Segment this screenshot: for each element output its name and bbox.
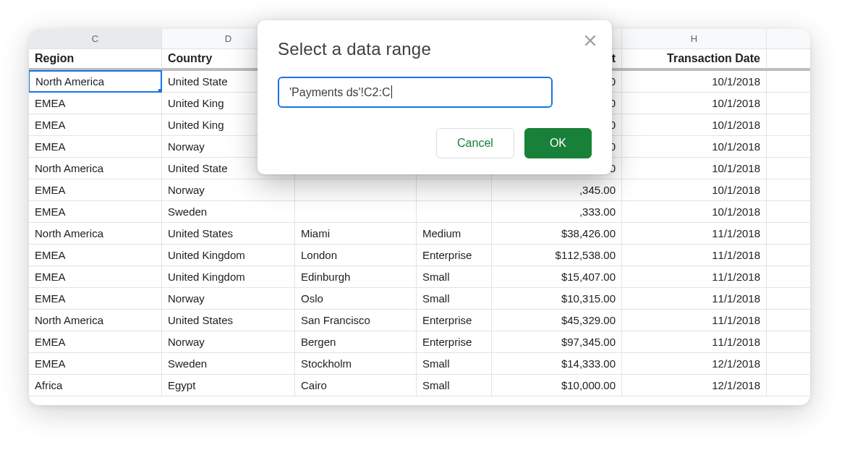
- x-icon: [584, 35, 596, 46]
- column-header-tail: [767, 29, 810, 48]
- cell-amount[interactable]: ,333.00: [492, 201, 622, 223]
- cell-region[interactable]: EMEA: [29, 179, 162, 201]
- cell-date[interactable]: 12/1/2018: [622, 353, 767, 375]
- cell-tier[interactable]: Small: [417, 353, 492, 375]
- cell-tail: [767, 375, 810, 396]
- column-header-c[interactable]: C: [29, 29, 162, 48]
- header-tail: [767, 49, 810, 69]
- cell-country[interactable]: Sweden: [162, 201, 295, 223]
- select-data-range-dialog: Select a data range 'Payments ds'!C2:C C…: [258, 20, 612, 174]
- cell-tail: [767, 136, 810, 158]
- dialog-title: Select a data range: [278, 39, 592, 59]
- close-icon[interactable]: [580, 30, 600, 51]
- cell-region[interactable]: EMEA: [29, 288, 162, 310]
- cell-tier[interactable]: Enterprise: [417, 331, 492, 353]
- cell-date[interactable]: 11/1/2018: [622, 331, 767, 353]
- cell-date[interactable]: 10/1/2018: [622, 71, 767, 93]
- cell-tail: [767, 71, 810, 93]
- cell-tail: [767, 179, 810, 201]
- cell-date[interactable]: 10/1/2018: [622, 93, 767, 114]
- cell-city[interactable]: [295, 179, 417, 201]
- cell-city[interactable]: Oslo: [295, 288, 417, 310]
- cell-region[interactable]: North America: [29, 223, 162, 245]
- cell-date[interactable]: 11/1/2018: [622, 288, 767, 310]
- cell-tail: [767, 266, 810, 288]
- cell-tier[interactable]: [417, 179, 492, 201]
- cell-region[interactable]: EMEA: [29, 93, 162, 114]
- cell-amount[interactable]: $45,329.00: [492, 310, 622, 331]
- data-range-input[interactable]: 'Payments ds'!C2:C: [278, 77, 553, 108]
- cell-country[interactable]: Norway: [162, 331, 295, 353]
- cell-amount[interactable]: $38,426.00: [492, 223, 622, 245]
- cell-tail: [767, 223, 810, 245]
- cell-amount[interactable]: $15,407.00: [492, 266, 622, 288]
- cell-city[interactable]: Bergen: [295, 331, 417, 353]
- cell-tail: [767, 245, 810, 266]
- cell-region[interactable]: EMEA: [29, 331, 162, 353]
- cell-amount[interactable]: $112,538.00: [492, 245, 622, 266]
- ok-button[interactable]: OK: [524, 128, 592, 158]
- header-region[interactable]: Region: [29, 49, 162, 69]
- cell-tail: [767, 93, 810, 114]
- cell-tier[interactable]: Medium: [417, 223, 492, 245]
- cell-amount[interactable]: $14,333.00: [492, 353, 622, 375]
- cell-region[interactable]: North America: [29, 310, 162, 331]
- cancel-button[interactable]: Cancel: [436, 128, 514, 158]
- cell-country[interactable]: United Kingdom: [162, 266, 295, 288]
- cell-tier[interactable]: [417, 201, 492, 223]
- table-row: EMEA Sweden ,333.00 10/1/2018: [29, 201, 810, 223]
- cell-region[interactable]: EMEA: [29, 266, 162, 288]
- cell-country[interactable]: Norway: [162, 288, 295, 310]
- cell-country[interactable]: United States: [162, 223, 295, 245]
- cell-country[interactable]: United Kingdom: [162, 245, 295, 266]
- cell-tail: [767, 158, 810, 179]
- cell-date[interactable]: 11/1/2018: [622, 245, 767, 266]
- cell-amount[interactable]: $10,315.00: [492, 288, 622, 310]
- table-row: EMEA United Kingdom Edinburgh Small $15,…: [29, 266, 810, 288]
- cell-region[interactable]: EMEA: [29, 245, 162, 266]
- cell-city[interactable]: Stockholm: [295, 353, 417, 375]
- cell-region[interactable]: Africa: [29, 375, 162, 396]
- cell-date[interactable]: 11/1/2018: [622, 310, 767, 331]
- cell-date[interactable]: 10/1/2018: [622, 114, 767, 136]
- cell-date[interactable]: 11/1/2018: [622, 223, 767, 245]
- cell-country[interactable]: United States: [162, 310, 295, 331]
- cell-tail: [767, 310, 810, 331]
- cell-country[interactable]: Egypt: [162, 375, 295, 396]
- cell-region[interactable]: EMEA: [29, 136, 162, 158]
- cell-date[interactable]: 10/1/2018: [622, 201, 767, 223]
- cell-country[interactable]: Sweden: [162, 353, 295, 375]
- table-row: EMEA Norway Oslo Small $10,315.00 11/1/2…: [29, 288, 810, 310]
- cell-tier[interactable]: Small: [417, 375, 492, 396]
- cell-amount[interactable]: ,345.00: [492, 179, 622, 201]
- cell-region[interactable]: North America: [29, 158, 162, 179]
- cell-city[interactable]: San Francisco: [295, 310, 417, 331]
- cell-amount[interactable]: $10,000.00: [492, 375, 622, 396]
- cell-city[interactable]: Miami: [295, 223, 417, 245]
- cell-tier[interactable]: Small: [417, 288, 492, 310]
- cell-date[interactable]: 10/1/2018: [622, 136, 767, 158]
- cell-city[interactable]: London: [295, 245, 417, 266]
- cell-tier[interactable]: Small: [417, 266, 492, 288]
- cell-region[interactable]: EMEA: [29, 353, 162, 375]
- dialog-actions: Cancel OK: [278, 128, 592, 158]
- table-row: EMEA Sweden Stockholm Small $14,333.00 1…: [29, 353, 810, 375]
- cell-date[interactable]: 12/1/2018: [622, 375, 767, 396]
- cell-tail: [767, 114, 810, 136]
- cell-region[interactable]: EMEA: [29, 201, 162, 223]
- cell-region[interactable]: EMEA: [29, 114, 162, 136]
- cell-tail: [767, 353, 810, 375]
- cell-city[interactable]: Cairo: [295, 375, 417, 396]
- cell-city[interactable]: [295, 201, 417, 223]
- cell-date[interactable]: 10/1/2018: [622, 158, 767, 179]
- cell-city[interactable]: Edinburgh: [295, 266, 417, 288]
- cell-date[interactable]: 10/1/2018: [622, 179, 767, 201]
- cell-date[interactable]: 11/1/2018: [622, 266, 767, 288]
- column-header-h[interactable]: H: [622, 29, 767, 48]
- header-transaction-date[interactable]: Transaction Date: [622, 49, 767, 69]
- cell-region[interactable]: North America: [29, 70, 162, 93]
- cell-amount[interactable]: $97,345.00: [492, 331, 622, 353]
- cell-tier[interactable]: Enterprise: [417, 310, 492, 331]
- cell-tier[interactable]: Enterprise: [417, 245, 492, 266]
- cell-country[interactable]: Norway: [162, 179, 295, 201]
